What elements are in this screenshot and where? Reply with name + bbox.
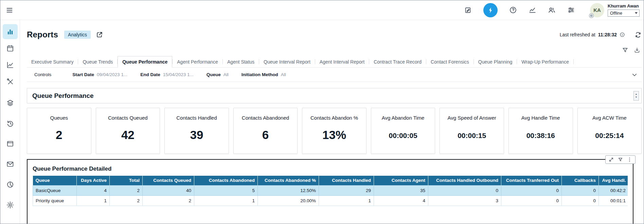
settings-sliders-icon[interactable] (567, 6, 575, 14)
app-window: KA Khurram Awan Offline (0, 0, 644, 224)
column-header[interactable]: Contacts Handled Outbound (428, 176, 501, 185)
control-queue[interactable]: Queue All (207, 72, 229, 77)
cell: 2 (110, 185, 143, 195)
sidebar-item-tools[interactable] (3, 74, 18, 89)
column-header[interactable]: Days Active (77, 176, 110, 185)
kpi-value: 2 (27, 128, 91, 142)
column-header[interactable]: Queue (33, 176, 77, 185)
tab-queue-planning[interactable]: Queue Planning (474, 56, 517, 67)
help-icon[interactable] (509, 6, 517, 14)
hamburger-menu-icon[interactable] (6, 6, 13, 14)
control-initiation-method[interactable]: Initiation Method All (242, 72, 286, 77)
cell: 00:42:2 (599, 185, 628, 195)
cell: 0 (501, 195, 562, 206)
avatar-initials: KA (593, 7, 601, 13)
tab-queue-performance[interactable]: Queue Performance (118, 56, 172, 68)
quick-connect-lightning-icon[interactable] (483, 3, 498, 17)
kpi-label: Avg ACW Time (578, 115, 642, 121)
table-header-row: Queue Days Active Total Contacts Queued … (33, 176, 628, 185)
column-header[interactable]: Total (110, 176, 143, 185)
report-tabs: Executive Summary Queue Trends Queue Per… (27, 56, 642, 68)
kpi-value: 13% (302, 128, 366, 142)
column-header[interactable]: Contacts Tranferred Out (501, 176, 562, 185)
presence-status-dot (589, 14, 593, 18)
page-title: Reports (27, 30, 58, 39)
analytics-badge: Analytics (64, 31, 91, 39)
cell: Priority queue (33, 195, 77, 206)
cell: 0 (501, 185, 562, 195)
sidebar-item-history[interactable] (3, 116, 18, 131)
tab-queue-trends[interactable]: Queue Trends (78, 56, 117, 67)
tools-icon (6, 77, 14, 86)
kpi-value: 00:00:15 (440, 132, 504, 140)
cell: 12.50% (258, 185, 319, 195)
cell: BasicQueue (33, 185, 77, 195)
tab-agent-status[interactable]: Agent Status (223, 56, 259, 67)
expand-icon[interactable] (609, 157, 614, 162)
tab-executive-summary[interactable]: Executive Summary (27, 56, 78, 67)
tab-contract-trace-record[interactable]: Contract Trace Record (369, 56, 426, 67)
controls-label: Controls (34, 72, 51, 77)
contacts-people-icon[interactable] (548, 6, 556, 14)
filter-icon[interactable] (622, 47, 628, 53)
tab-contact-forensics[interactable]: Contact Forensics (426, 56, 473, 67)
column-header[interactable]: Contacts Abandoned % (258, 176, 319, 185)
cell: 20.00% (258, 195, 319, 206)
layers-icon (6, 99, 14, 107)
column-header[interactable]: Contacts Abandoned (194, 176, 258, 185)
cell: 00:01:1 (599, 195, 628, 206)
column-header[interactable]: Contacts Agent (374, 176, 428, 185)
queue-performance-table: Queue Days Active Total Contacts Queued … (33, 176, 628, 206)
kebab-menu-icon[interactable] (627, 157, 632, 162)
kpi-value: 6 (234, 128, 298, 142)
chevron-down-icon[interactable] (631, 72, 638, 78)
sidebar-item-reports[interactable] (3, 24, 18, 39)
queue-performance-detailed-panel: Queue Performance Detailed Queue Days Ac… (27, 159, 633, 224)
user-meta: Khurram Awan Offline (608, 3, 640, 17)
table-row-priority-queue[interactable]: Priority queue 1 2 2 1 20.00% 1 4 3 0 0 (33, 195, 628, 206)
last-refreshed-label: Last refreshed at (560, 32, 595, 37)
metrics-chart-icon[interactable] (529, 6, 536, 14)
cell: 2 (143, 195, 194, 206)
control-end-date[interactable]: End Date 15/04/2023 1... (140, 72, 194, 77)
info-icon[interactable] (620, 32, 625, 37)
sidebar-item-trends[interactable] (3, 57, 18, 72)
refresh-icon[interactable] (634, 31, 642, 38)
sidebar-item-layers[interactable] (3, 96, 18, 110)
filter-icon[interactable] (618, 157, 623, 162)
table-row-basicqueue[interactable]: BasicQueue 4 2 40 5 12.50% 29 35 0 0 0 (33, 185, 628, 195)
pie-chart-icon (6, 180, 14, 189)
sidebar-item-pie[interactable] (3, 177, 18, 192)
cell: 4 (374, 195, 428, 206)
spinner-control[interactable]: ▲▼ (633, 91, 639, 101)
control-value: All (223, 72, 229, 77)
report-actions (27, 47, 642, 53)
agent-status-value: Offline (610, 11, 622, 16)
sidebar-item-settings[interactable] (3, 197, 18, 212)
column-header[interactable]: Avg Handl. (599, 176, 628, 185)
cell: 29 (319, 185, 374, 195)
column-header[interactable]: Contacts Handled (319, 176, 374, 185)
kpi-row: Queues 2 Contacts Queued 42 Contacts Han… (27, 108, 642, 154)
tab-agent-performance[interactable]: Agent Performance (173, 56, 222, 67)
detail-title: Queue Performance Detailed (33, 166, 633, 172)
kpi-card-avg-abandon-time: Avg Abandon Time 00:00:05 (371, 108, 435, 154)
open-in-new-icon[interactable] (96, 31, 103, 38)
agent-status-select[interactable]: Offline (608, 10, 640, 17)
sidebar-item-calendar[interactable] (3, 41, 18, 56)
topbar-actions: KA Khurram Awan Offline (464, 3, 640, 17)
feedback-note-icon[interactable] (464, 6, 472, 14)
tab-wrap-up-performance[interactable]: Wrap-Up Performance (517, 56, 573, 67)
control-start-date[interactable]: Start Date 09/04/2023 1... (72, 72, 127, 77)
column-header[interactable]: Contacts Queued (143, 176, 194, 185)
sidebar-item-mail[interactable] (3, 157, 18, 172)
column-header[interactable]: Callbacks (562, 176, 599, 185)
tab-queue-interval-report[interactable]: Queue Interval Report (259, 56, 315, 67)
kpi-label: Avg Handle Time (509, 115, 573, 121)
kpi-label: Avg Abandon Time (371, 115, 435, 121)
export-download-icon[interactable] (634, 47, 640, 53)
sidebar-item-browser[interactable] (3, 136, 18, 151)
topbar: KA Khurram Awan Offline (0, 0, 644, 20)
kpi-label: Queues (27, 115, 91, 121)
tab-agent-interval-report[interactable]: Agent Interval Report (315, 56, 369, 67)
